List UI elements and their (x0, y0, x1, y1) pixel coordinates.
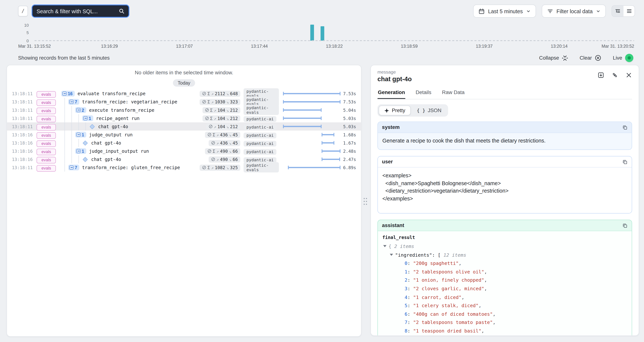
row-timestamp: 13:18:11 (12, 99, 36, 104)
collapse-toggle[interactable]: 1 (75, 132, 86, 138)
span-leaf-icon (90, 124, 95, 129)
role-label: user (382, 159, 393, 165)
histogram-bar[interactable] (310, 24, 314, 40)
duration-bar-track (283, 130, 341, 139)
detail-title: chat gpt-4o (378, 76, 412, 83)
copy-icon[interactable] (622, 223, 628, 228)
json-root-line[interactable]: { 2 items (382, 242, 627, 250)
panel-resize-handle[interactable] (362, 196, 368, 206)
input-tokens-arrow-icon: ↗ (216, 149, 219, 153)
user-message-line: </examples> (382, 195, 627, 202)
archive-icon[interactable] (598, 72, 604, 78)
tree-view-button[interactable] (612, 6, 623, 16)
close-icon[interactable] (626, 72, 632, 78)
token-icon (208, 149, 212, 153)
search-input[interactable]: Search & filter with SQL... (32, 4, 130, 18)
x-axis-label: 13:16:29 (101, 44, 118, 48)
live-button[interactable]: Live (613, 54, 634, 62)
evals-badge[interactable]: evals (36, 148, 56, 155)
trace-row[interactable]: 13:18:11evals7transform_recipe: vegetari… (7, 98, 361, 106)
evals-badge[interactable]: evals (36, 91, 56, 98)
tree-indent-guide (68, 106, 75, 114)
output-tokens-arrow-icon: ↘ (226, 165, 229, 170)
duration-bar (283, 101, 341, 102)
copy-link-icon[interactable] (612, 72, 618, 78)
trace-row[interactable]: 13:18:16evalschat gpt-4o↗436↘45pydantic-… (7, 139, 361, 147)
tab-generation[interactable]: Generation (378, 88, 406, 99)
trace-row[interactable]: 13:18:16evalschat gpt-4o↗490↘66pydantic-… (7, 155, 361, 163)
x-axis-label: 13:17:44 (251, 44, 268, 48)
braces-icon: { } (417, 108, 425, 113)
y-axis-label: 0 (26, 38, 29, 43)
json-array-item: 6: "400g can of diced tomatoes", (382, 310, 627, 318)
tab-raw-data[interactable]: Raw Data (442, 88, 465, 99)
clear-circle-x-icon (595, 54, 601, 61)
input-tokens-arrow-icon: ↗ (211, 91, 214, 96)
json-array-item: 9: "1 teaspoon dried oregano", (382, 335, 627, 336)
detail-header-actions (598, 72, 632, 78)
trace-row[interactable]: 13:18:11evals16evaluate transform_recipe… (7, 90, 361, 98)
collapse-toggle[interactable]: 16 (61, 91, 74, 96)
no-older-items-label: No older items in the selected time wind… (7, 70, 361, 76)
filter-local-data-button[interactable]: Filter local data (542, 4, 606, 18)
duration-label: 5.04s (340, 108, 361, 112)
trace-row[interactable]: 13:18:11evals1recipe_agent runΣ↗104↘212p… (7, 114, 361, 122)
duration-bar (322, 134, 334, 136)
tab-details[interactable]: Details (415, 88, 432, 99)
duration-bar-track (283, 90, 341, 98)
evals-badge[interactable]: evals (36, 157, 56, 163)
time-range-button[interactable]: Last 5 minutes (473, 4, 536, 18)
live-label: Live (613, 55, 622, 61)
row-timestamp: 13:18:16 (12, 132, 36, 137)
minus-box-icon (69, 166, 74, 170)
evals-badge[interactable]: evals (36, 116, 56, 122)
copy-icon[interactable] (622, 159, 628, 164)
collapse-toggle[interactable]: 1 (75, 148, 86, 154)
y-axis-label: 5 (26, 30, 29, 35)
user-message-line: <dish_name>Spaghetti Bolognese</dish_nam… (382, 180, 627, 187)
trace-row[interactable]: 13:18:16evals1judge_input_output runΣ↗49… (7, 147, 361, 155)
duration-bar (283, 118, 322, 119)
trace-rows: 13:18:11evals16evaluate transform_recipe… (7, 90, 361, 172)
evals-badge[interactable]: evals (36, 165, 56, 171)
duration-label: 1.67s (340, 140, 361, 145)
user-message-header: user (378, 156, 632, 168)
collapse-button[interactable]: Collapse (539, 55, 568, 61)
histogram-bar[interactable] (320, 26, 324, 40)
evals-badge[interactable]: evals (36, 140, 56, 147)
collapse-all-icon (562, 55, 568, 61)
flat-list-view-button[interactable] (623, 6, 635, 16)
duration-bar (288, 167, 340, 168)
evals-badge[interactable]: evals (36, 99, 56, 106)
token-usage-chip: ↗490↘66 (208, 156, 240, 162)
evals-badge[interactable]: evals (36, 132, 56, 138)
evals-badge[interactable]: evals (36, 107, 56, 114)
sigma-total-icon: Σ (210, 108, 212, 112)
collapse-toggle[interactable]: 2 (75, 107, 86, 113)
pretty-toggle-button[interactable]: Pretty (379, 106, 410, 115)
copy-icon[interactable] (622, 124, 628, 130)
json-key-line[interactable]: "ingredients": [ 12 items (382, 251, 627, 259)
collapse-toggle[interactable]: 7 (68, 165, 79, 170)
json-toggle-button[interactable]: { } JSON (412, 106, 447, 115)
sigma-total-icon: Σ (210, 116, 212, 120)
trace-row[interactable]: 13:18:16evals1judge_output runΣ↗436↘45py… (7, 130, 361, 139)
message-sections: system Generate a recipe to cook the dis… (378, 122, 632, 336)
token-icon (208, 124, 212, 128)
collapse-toggle[interactable]: 1 (82, 115, 93, 121)
tree-indent-guide (68, 139, 75, 147)
evals-badge[interactable]: evals (36, 124, 56, 130)
clear-button[interactable]: Clear (580, 54, 601, 61)
trace-row[interactable]: 13:18:11evals7transform_recipe: gluten_f… (7, 163, 361, 172)
trace-row[interactable]: 13:18:11evals2execute transform_recipeΣ↗… (7, 106, 361, 114)
sigma-total-icon: Σ (208, 100, 210, 104)
trace-row[interactable]: 13:18:11evalschat gpt-4o↗104↘212pydantic… (7, 122, 361, 130)
x-axis-label: 13:19:37 (476, 44, 493, 48)
duration-bar (283, 126, 322, 127)
collapse-toggle[interactable]: 7 (68, 99, 79, 105)
token-usage-chip: Σ↗104↘212 (202, 107, 240, 113)
minus-box-icon (69, 100, 74, 104)
tree-indent-guide (61, 98, 68, 106)
span-name: chat gpt-4o (98, 124, 128, 129)
chevron-down-icon (526, 9, 530, 13)
